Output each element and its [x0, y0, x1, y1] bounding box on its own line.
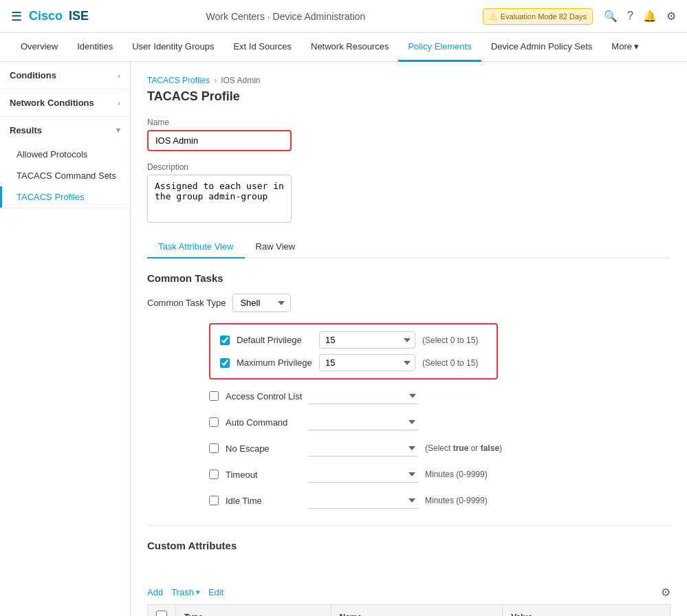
col-name: Name — [331, 605, 503, 617]
auto-command-checkbox[interactable] — [209, 417, 219, 427]
trash-button[interactable]: Trash — [171, 587, 194, 597]
sidebar-network-conditions-label: Network Conditions — [10, 98, 94, 108]
sidebar-section-network-conditions: Network Conditions › — [0, 89, 130, 117]
hamburger-icon[interactable]: ☰ — [11, 9, 22, 24]
gear-icon[interactable]: ⚙ — [661, 586, 670, 599]
tab-ext-id-sources[interactable]: Ext Id Sources — [223, 33, 301, 62]
warning-icon: ⚠ — [489, 11, 498, 22]
task-type-label: Common Task Type — [147, 298, 226, 308]
settings-icon[interactable]: ⚙ — [666, 10, 676, 23]
search-icon[interactable]: 🔍 — [604, 10, 618, 23]
idle-time-select[interactable] — [308, 492, 418, 509]
timeout-label: Timeout — [226, 470, 301, 480]
header-icons: 🔍 ? 🔔 ⚙ — [604, 10, 676, 23]
conditions-chevron-icon: › — [118, 72, 120, 80]
eval-badge: ⚠ Evaluation Mode 82 Days — [483, 8, 593, 25]
timeout-checkbox[interactable] — [209, 470, 219, 479]
cisco-text: Cisco — [29, 9, 63, 23]
sidebar-section-conditions: Conditions › — [0, 62, 130, 89]
access-control-list-checkbox[interactable] — [209, 391, 219, 401]
logo-separator — [64, 9, 67, 23]
network-conditions-chevron-icon: › — [118, 99, 120, 107]
table-select-all[interactable] — [156, 610, 167, 616]
top-header: ☰ Cisco ISE Work Centers · Device Admini… — [0, 0, 687, 33]
no-escape-label: No Escape — [226, 443, 301, 454]
sidebar-item-tacacs-profiles[interactable]: TACACS Profiles — [0, 186, 130, 208]
breadcrumb-separator: › — [214, 76, 217, 85]
breadcrumb-link[interactable]: TACACS Profiles — [147, 76, 210, 85]
privilege-container: Default Privilege 15 0123 4567 891011 12… — [209, 323, 498, 380]
cisco-logo: Cisco ISE — [29, 9, 89, 23]
page-title: TACACS Profile — [147, 89, 670, 104]
no-escape-row: No Escape true false (Select true or fal… — [209, 437, 670, 459]
maximum-privilege-select[interactable]: 15 0123 — [319, 354, 415, 371]
sidebar-item-allowed-protocols[interactable]: Allowed Protocols — [0, 144, 130, 165]
sidebar-item-tacacs-command-sets[interactable]: TACACS Command Sets — [0, 165, 130, 186]
sidebar-results-header[interactable]: Results ▾ — [0, 117, 130, 144]
breadcrumb-current: IOS Admin — [221, 76, 260, 85]
tab-raw-view[interactable]: Raw View — [245, 236, 307, 258]
col-checkbox — [148, 605, 176, 617]
name-label: Name — [147, 118, 670, 127]
more-label: More — [611, 41, 632, 52]
idle-time-label: Idle Time — [226, 496, 301, 506]
sidebar-network-conditions-header[interactable]: Network Conditions › — [0, 89, 130, 116]
maximum-privilege-row: Maximum Privilege 15 0123 (Select 0 to 1… — [220, 354, 487, 371]
more-chevron-icon: ▾ — [634, 41, 639, 52]
tab-network-resources[interactable]: Network Resources — [301, 33, 398, 62]
sidebar-results-label: Results — [10, 125, 42, 135]
timeout-select[interactable] — [308, 466, 418, 483]
sidebar: Conditions › Network Conditions › Result… — [0, 62, 131, 616]
auto-command-row: Auto Command — [209, 411, 670, 433]
col-value: Value — [503, 605, 670, 617]
view-tabs: Task Attribute View Raw View — [147, 236, 670, 258]
tab-overview[interactable]: Overview — [11, 33, 67, 62]
timeout-row: Timeout Minutes (0-9999) — [209, 463, 670, 485]
tab-user-identity-groups[interactable]: User Identity Groups — [122, 33, 223, 62]
access-control-list-row: Access Control List — [209, 385, 670, 407]
tab-more[interactable]: More ▾ — [602, 33, 648, 62]
access-control-list-select[interactable] — [309, 388, 419, 404]
default-privilege-label: Default Privilege — [237, 335, 312, 345]
tab-identities[interactable]: Identities — [67, 33, 122, 62]
maximum-privilege-checkbox[interactable] — [220, 358, 230, 368]
description-textarea[interactable]: Assigned to each user in the group admin… — [147, 175, 292, 223]
table-toolbar-left: Add Trash ▾ Edit — [147, 587, 223, 597]
default-privilege-range: (Select 0 to 15) — [422, 336, 478, 345]
task-type-select[interactable]: Shell Custom — [232, 294, 291, 312]
content-area: TACACS Profiles › IOS Admin TACACS Profi… — [131, 62, 687, 616]
name-input[interactable] — [147, 130, 292, 151]
custom-attributes-table: Type Name Value No data found. — [147, 604, 670, 616]
add-button[interactable]: Add — [147, 587, 163, 597]
trash-chevron-icon: ▾ — [196, 588, 200, 597]
ise-text: ISE — [69, 9, 89, 23]
main-layout: Conditions › Network Conditions › Result… — [0, 62, 687, 616]
breadcrumb: TACACS Profiles › IOS Admin — [147, 76, 670, 85]
eval-text: Evaluation Mode 82 Days — [501, 12, 587, 21]
tab-task-attribute-view[interactable]: Task Attribute View — [147, 236, 245, 258]
default-privilege-checkbox[interactable] — [220, 336, 230, 345]
edit-button[interactable]: Edit — [208, 587, 223, 597]
tab-device-admin-policy-sets[interactable]: Device Admin Policy Sets — [481, 33, 602, 62]
custom-attributes-title: Custom Attributes — [147, 540, 670, 551]
task-type-row: Common Task Type Shell Custom — [147, 294, 670, 312]
default-privilege-row: Default Privilege 15 0123 4567 891011 12… — [220, 331, 487, 349]
section-divider — [147, 525, 670, 526]
results-chevron-icon: ▾ — [116, 126, 120, 135]
sidebar-conditions-label: Conditions — [10, 70, 56, 80]
description-label: Description — [147, 162, 670, 172]
form-group-description: Description Assigned to each user in the… — [147, 162, 670, 225]
auto-command-select[interactable] — [308, 414, 418, 430]
default-privilege-select[interactable]: 15 0123 4567 891011 121314 — [319, 331, 415, 349]
idle-time-checkbox[interactable] — [209, 496, 219, 505]
notifications-icon[interactable]: 🔔 — [643, 10, 657, 23]
form-group-name: Name — [147, 118, 670, 151]
tab-policy-elements[interactable]: Policy Elements — [398, 33, 481, 62]
maximum-privilege-label: Maximum Privilege — [237, 358, 312, 368]
sidebar-conditions-header[interactable]: Conditions › — [0, 62, 130, 89]
help-icon[interactable]: ? — [627, 10, 633, 23]
no-escape-checkbox[interactable] — [209, 443, 219, 453]
trash-button-group[interactable]: Trash ▾ — [171, 587, 200, 597]
no-escape-select[interactable]: true false — [308, 440, 418, 456]
maximum-privilege-range: (Select 0 to 15) — [422, 358, 478, 368]
